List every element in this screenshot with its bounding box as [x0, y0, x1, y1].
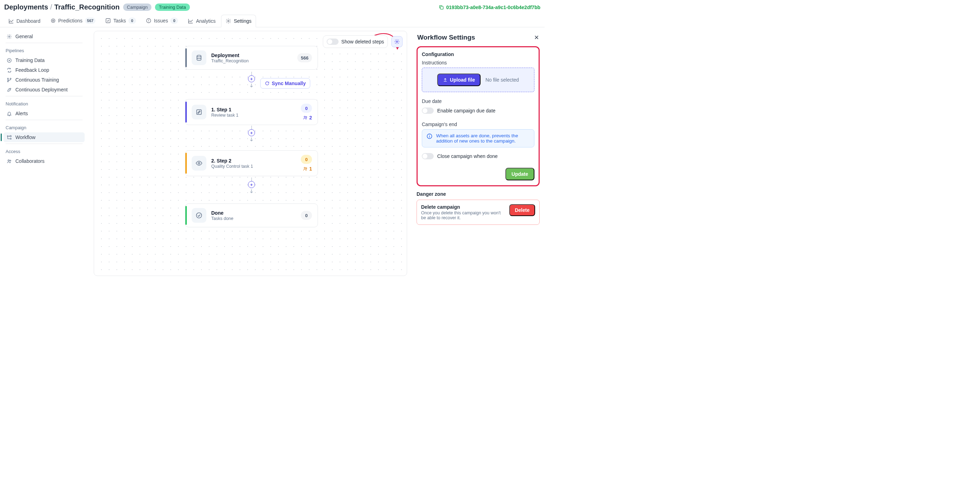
- upload-file-label: Upload file: [450, 77, 475, 83]
- sidebar-group-notification: Notification: [3, 98, 84, 109]
- tab-settings[interactable]: Settings: [221, 15, 256, 27]
- tab-analytics-label: Analytics: [196, 18, 215, 24]
- tab-issues[interactable]: Issues 0: [142, 14, 182, 27]
- copy-id-button[interactable]: 0193bb73-a0e8-734a-a9c1-0c6b4e2df7bb: [439, 5, 540, 10]
- close-when-done-toggle[interactable]: [422, 153, 434, 159]
- deployment-id: 0193bb73-a0e8-734a-a9c1-0c6b4e2df7bb: [446, 5, 540, 10]
- edit-icon: [196, 109, 202, 115]
- card-count: 0: [301, 155, 312, 164]
- close-panel-button[interactable]: ✕: [534, 34, 539, 42]
- sidebar-item-continuous-training[interactable]: Continuous Training: [3, 75, 84, 85]
- workflow-canvas-container: Show deleted steps Deployment Traffic_Re…: [88, 27, 412, 280]
- rocket-icon: [6, 87, 12, 93]
- database-icon: [196, 54, 202, 61]
- refresh-icon: [265, 81, 270, 86]
- delete-campaign-subtitle: Once you delete this campaign you won't …: [421, 211, 506, 220]
- tab-predictions[interactable]: Predictions 567: [46, 14, 100, 27]
- issues-count-badge: 0: [170, 18, 178, 24]
- workflow-card-deployment[interactable]: Deployment Traffic_Recognition 566: [185, 46, 318, 70]
- sidebar-item-training-data[interactable]: Training Data: [3, 55, 84, 65]
- gear-icon: [6, 34, 12, 39]
- card-title: Done: [211, 210, 295, 216]
- card-subtitle: Review task 1: [211, 113, 295, 118]
- workflow-card-done[interactable]: Done Tasks done 0: [185, 203, 318, 227]
- tab-tasks[interactable]: Tasks 0: [101, 14, 140, 27]
- tab-dashboard-label: Dashboard: [16, 18, 41, 24]
- check-circle-icon: [196, 212, 202, 219]
- sidebar-item-label: Collaborators: [15, 158, 45, 164]
- update-button[interactable]: Update: [505, 168, 535, 181]
- gear-icon: [226, 18, 231, 24]
- info-icon: [426, 133, 433, 139]
- due-date-toggle-label: Enable campaign due date: [437, 108, 496, 113]
- predictions-count-badge: 567: [85, 18, 95, 24]
- sync-manually-button[interactable]: Sync Manually: [260, 78, 310, 89]
- sidebar-item-collaborators[interactable]: Collaborators: [3, 156, 84, 166]
- workflow-settings-button[interactable]: [391, 36, 402, 47]
- sync-manually-label: Sync Manually: [272, 81, 306, 86]
- show-deleted-label: Show deleted steps: [341, 39, 384, 45]
- connector-line: [251, 72, 252, 75]
- upload-file-button[interactable]: Upload file: [437, 73, 480, 86]
- arrow-down-icon: [249, 188, 254, 194]
- sidebar-item-label: Feedback Loop: [15, 67, 49, 73]
- alert-icon: [146, 18, 151, 24]
- upload-icon: [443, 77, 448, 82]
- configuration-section-title: Configuration: [422, 51, 535, 57]
- card-subtitle: Tasks done: [211, 216, 295, 221]
- tag-training-data: Training Data: [155, 3, 190, 11]
- delete-campaign-title: Delete campaign: [421, 204, 506, 210]
- assignee-count: 2: [309, 115, 312, 120]
- due-date-toggle[interactable]: [422, 107, 434, 114]
- divider: [6, 96, 83, 96]
- breadcrumb-separator: /: [50, 3, 52, 11]
- workflow-card-step-2[interactable]: 2. Step 2 Quality Control task 1 0 1: [185, 150, 318, 176]
- add-step-button[interactable]: +: [248, 181, 255, 188]
- linechart-icon: [188, 18, 193, 24]
- workflow-canvas[interactable]: Show deleted steps Deployment Traffic_Re…: [94, 31, 407, 276]
- card-count: 0: [301, 211, 312, 220]
- card-title: 2. Step 2: [211, 158, 295, 163]
- breadcrumb: Deployments / Traffic_Recognition: [4, 3, 119, 11]
- tab-dashboard[interactable]: Dashboard: [4, 15, 45, 27]
- sidebar-group-access: Access: [3, 145, 84, 156]
- show-deleted-toggle-box: Show deleted steps: [323, 35, 388, 48]
- sidebar-item-feedback-loop[interactable]: Feedback Loop: [3, 65, 84, 75]
- danger-card: Delete campaign Once you delete this cam…: [417, 200, 540, 225]
- sidebar-item-label: Workflow: [15, 134, 35, 140]
- tasks-count-badge: 0: [128, 18, 136, 24]
- branch-icon: [6, 77, 12, 83]
- page-header: Deployments / Traffic_Recognition Campai…: [0, 0, 544, 12]
- show-deleted-toggle[interactable]: [327, 38, 339, 45]
- panel-title: Workflow Settings: [417, 34, 475, 42]
- sidebar-item-general[interactable]: General: [3, 32, 84, 42]
- loop-icon: [6, 67, 12, 73]
- card-title: 1. Step 1: [211, 107, 295, 112]
- check-square-icon: [105, 18, 111, 24]
- sidebar-item-continuous-deployment[interactable]: Continuous Deployment: [3, 85, 84, 94]
- people-icon: [6, 159, 12, 164]
- workflow-card-step-1[interactable]: 1. Step 1 Review task 1 0 2: [185, 99, 318, 125]
- breadcrumb-root[interactable]: Deployments: [4, 3, 48, 11]
- tab-analytics[interactable]: Analytics: [184, 15, 220, 27]
- due-date-label: Due date: [422, 98, 535, 104]
- people-icon: [303, 115, 308, 120]
- close-when-done-label: Close campaign when done: [437, 153, 498, 159]
- add-step-button[interactable]: +: [248, 75, 255, 82]
- campaign-end-info-text: When all assets are done, prevents the a…: [436, 133, 530, 144]
- sidebar-item-workflow[interactable]: Workflow: [3, 133, 84, 142]
- target-icon: [50, 18, 56, 24]
- divider: [6, 43, 83, 43]
- divider: [6, 144, 83, 144]
- sidebar-item-alerts[interactable]: Alerts: [3, 109, 84, 118]
- add-step-button[interactable]: +: [248, 129, 255, 136]
- delete-button[interactable]: Delete: [509, 204, 535, 216]
- sidebar-group-pipelines: Pipelines: [3, 45, 84, 55]
- card-title: Deployment: [211, 53, 293, 58]
- tag-campaign: Campaign: [123, 3, 151, 11]
- people-icon: [303, 166, 308, 171]
- campaign-end-label: Campaign's end: [422, 121, 535, 127]
- delete-button-label: Delete: [515, 207, 530, 213]
- instructions-dropzone[interactable]: Upload file No file selected: [422, 67, 535, 92]
- arrow-down-icon: [249, 83, 254, 88]
